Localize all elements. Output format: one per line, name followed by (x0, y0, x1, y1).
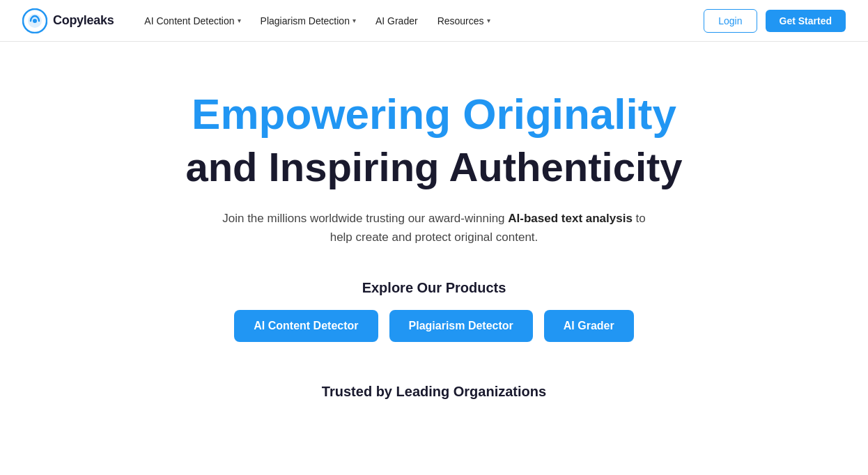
trusted-organizations-label: Trusted by Leading Organizations (322, 384, 546, 400)
nav-item-ai-grader-label: AI Grader (375, 15, 418, 26)
nav-item-resources-label: Resources (437, 15, 484, 26)
nav-item-plagiarism-detection[interactable]: Plagiarism Detection ▾ (252, 10, 364, 32)
hero-subtitle: Join the millions worldwide trusting our… (218, 209, 650, 247)
copyleaks-logo-icon (22, 8, 47, 33)
ai-grader-button[interactable]: AI Grader (544, 310, 634, 342)
hero-section: Empowering Originality and Inspiring Aut… (0, 42, 868, 428)
nav-actions: Login Get Started (704, 9, 846, 33)
navbar: Copyleaks AI Content Detection ▾ Plagiar… (0, 0, 868, 42)
nav-item-ai-content-detection[interactable]: AI Content Detection ▾ (136, 10, 249, 32)
hero-subtitle-regular: Join the millions worldwide trusting our… (222, 212, 508, 225)
chevron-down-icon: ▾ (238, 17, 241, 24)
explore-products-label: Explore Our Products (362, 280, 506, 296)
nav-item-resources[interactable]: Resources ▾ (429, 10, 499, 32)
nav-item-ai-grader[interactable]: AI Grader (367, 10, 426, 32)
chevron-down-icon: ▾ (352, 17, 356, 24)
login-button[interactable]: Login (704, 9, 757, 33)
hero-subtitle-bold: AI-based text analysis (508, 212, 633, 225)
svg-point-2 (33, 19, 37, 23)
ai-content-detector-button[interactable]: AI Content Detector (234, 310, 378, 342)
get-started-button[interactable]: Get Started (766, 10, 846, 32)
nav-links: AI Content Detection ▾ Plagiarism Detect… (136, 10, 704, 32)
hero-title-blue: Empowering Originality (192, 91, 676, 138)
plagiarism-detector-button[interactable]: Plagiarism Detector (389, 310, 533, 342)
nav-item-plagiarism-detection-label: Plagiarism Detection (261, 15, 350, 26)
logo-text: Copyleaks (53, 13, 114, 28)
chevron-down-icon: ▾ (487, 17, 490, 24)
hero-title-dark: and Inspiring Authenticity (185, 145, 682, 189)
logo-link[interactable]: Copyleaks (22, 8, 114, 33)
product-buttons-group: AI Content Detector Plagiarism Detector … (234, 310, 633, 342)
nav-item-ai-content-detection-label: AI Content Detection (144, 15, 234, 26)
